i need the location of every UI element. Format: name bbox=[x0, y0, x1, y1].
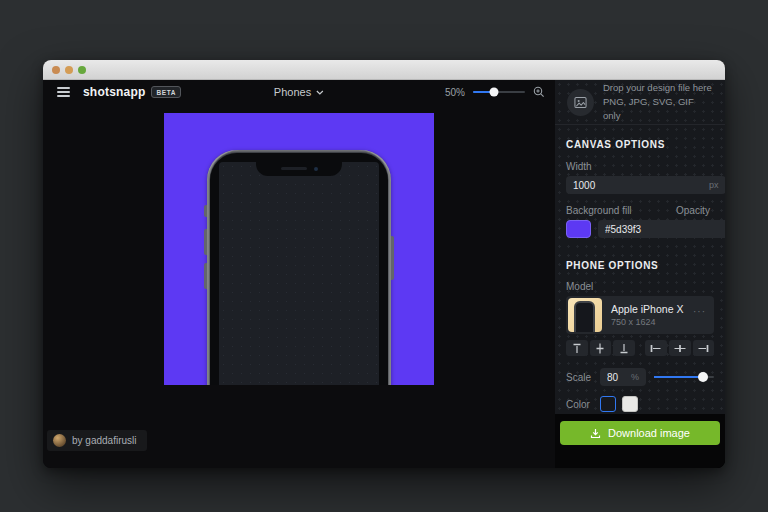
scale-field-box: % bbox=[600, 368, 646, 386]
download-image-button[interactable]: Download image bbox=[560, 421, 720, 445]
phone-notch bbox=[256, 161, 342, 176]
scale-label: Scale bbox=[566, 372, 592, 383]
phone-color-options bbox=[600, 396, 638, 412]
model-info: Apple iPhone X 750 x 1624 bbox=[611, 303, 683, 327]
hex-field-box bbox=[598, 220, 725, 238]
width-unit: px bbox=[709, 180, 719, 190]
app-body: shotsnapp BETA Phones 50% bbox=[43, 80, 725, 468]
minimize-window-button[interactable] bbox=[65, 66, 73, 74]
app-window: shotsnapp BETA Phones 50% bbox=[43, 60, 725, 468]
background-fill-label: Background fill bbox=[566, 205, 668, 216]
options-sidebar: Drop your design file here PNG, JPG, SVG… bbox=[555, 80, 725, 468]
phone-bezel bbox=[210, 153, 388, 385]
main-canvas-area: shotsnapp BETA Phones 50% bbox=[43, 80, 555, 468]
menu-icon[interactable] bbox=[57, 87, 70, 97]
model-name: Apple iPhone X bbox=[611, 303, 683, 315]
align-bottom-button[interactable] bbox=[613, 340, 635, 356]
main-header: shotsnapp BETA Phones 50% bbox=[43, 80, 555, 104]
device-category-dropdown[interactable]: Phones bbox=[274, 86, 324, 98]
download-button-label: Download image bbox=[608, 427, 690, 439]
dropzone-text: Drop your design file here PNG, JPG, SVG… bbox=[603, 81, 713, 122]
scale-slider[interactable] bbox=[654, 372, 714, 382]
align-left-button[interactable] bbox=[645, 340, 667, 356]
phone-speaker bbox=[281, 167, 307, 170]
zoom-in-icon[interactable] bbox=[533, 86, 545, 98]
phone-color-space-gray[interactable] bbox=[600, 396, 616, 412]
beta-badge: BETA bbox=[151, 86, 181, 98]
phone-camera bbox=[314, 167, 318, 171]
sidebar-footer: Download image bbox=[555, 414, 725, 468]
more-options-icon[interactable]: ··· bbox=[693, 306, 706, 317]
model-resolution: 750 x 1624 bbox=[611, 317, 683, 327]
align-vertical-center-button[interactable] bbox=[590, 340, 612, 356]
dropzone-line1: Drop your design file here bbox=[603, 81, 713, 95]
maximize-window-button[interactable] bbox=[78, 66, 86, 74]
scale-input[interactable] bbox=[607, 372, 627, 383]
zoom-controls: 50% bbox=[445, 86, 545, 98]
dropzone-line2: PNG, JPG, SVG, GIF only bbox=[603, 95, 713, 123]
zoom-slider[interactable] bbox=[473, 87, 525, 97]
zoom-slider-thumb[interactable] bbox=[489, 88, 498, 97]
phone-options-title: PHONE OPTIONS bbox=[566, 260, 714, 271]
iphone-x-mockup[interactable] bbox=[207, 150, 391, 385]
model-label: Model bbox=[566, 281, 714, 292]
phone-color-silver[interactable] bbox=[622, 396, 638, 412]
align-horizontal-center-button[interactable] bbox=[669, 340, 691, 356]
model-thumbnail bbox=[568, 298, 602, 332]
background-hex-input[interactable] bbox=[605, 224, 725, 235]
window-titlebar[interactable] bbox=[43, 60, 725, 80]
close-window-button[interactable] bbox=[52, 66, 60, 74]
alignment-group-divider bbox=[637, 340, 644, 356]
background-color-swatch[interactable] bbox=[566, 220, 591, 238]
model-selector[interactable]: Apple iPhone X 750 x 1624 ··· bbox=[566, 296, 714, 334]
model-thumbnail-phone bbox=[574, 301, 595, 332]
align-right-button[interactable] bbox=[693, 340, 715, 356]
file-dropzone[interactable]: Drop your design file here PNG, JPG, SVG… bbox=[555, 80, 725, 125]
canvas-options-title: CANVAS OPTIONS bbox=[566, 139, 714, 150]
sidebar-panel: Drop your design file here PNG, JPG, SVG… bbox=[555, 80, 725, 414]
download-icon bbox=[590, 428, 601, 439]
author-credit-label: by gaddafirusli bbox=[72, 435, 136, 446]
color-label: Color bbox=[566, 399, 592, 410]
canvas-artboard[interactable] bbox=[164, 113, 434, 385]
phone-volume-up-button bbox=[204, 229, 207, 255]
align-top-button[interactable] bbox=[566, 340, 588, 356]
width-field-box: px bbox=[566, 176, 725, 194]
phone-volume-down-button bbox=[204, 263, 207, 289]
author-avatar bbox=[53, 434, 66, 447]
device-category-label: Phones bbox=[274, 86, 311, 98]
scale-slider-fill bbox=[654, 376, 703, 378]
alignment-toolbar bbox=[566, 340, 714, 356]
app-logo: shotsnapp bbox=[83, 85, 145, 99]
scale-slider-thumb[interactable] bbox=[698, 372, 708, 382]
opacity-label: Opacity bbox=[676, 205, 714, 216]
width-input[interactable] bbox=[573, 180, 705, 191]
author-credit[interactable]: by gaddafirusli bbox=[47, 430, 147, 451]
width-label: Width bbox=[566, 161, 725, 172]
phone-mute-switch bbox=[204, 205, 207, 217]
image-icon bbox=[567, 89, 594, 116]
scale-unit: % bbox=[631, 372, 639, 382]
phone-screen bbox=[219, 162, 379, 385]
zoom-value: 50% bbox=[445, 87, 465, 98]
chevron-down-icon bbox=[316, 90, 324, 95]
phone-power-button bbox=[391, 236, 394, 280]
